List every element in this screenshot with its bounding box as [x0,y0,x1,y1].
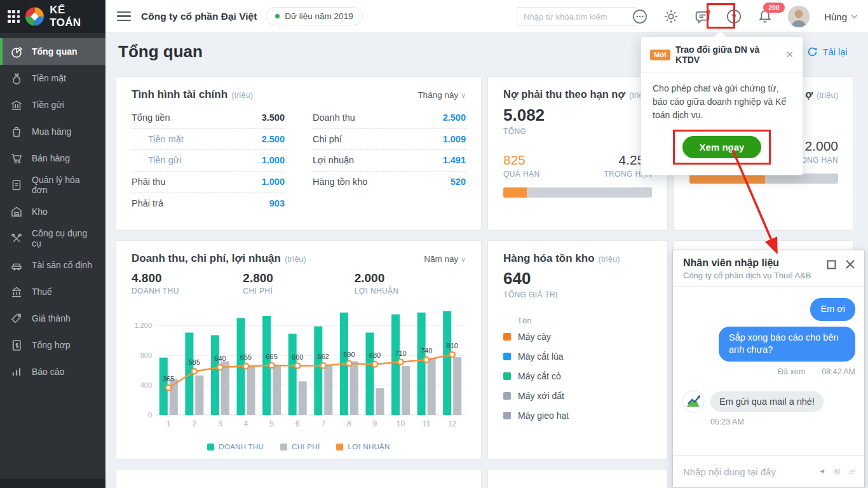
popup-body-text: Cho phép chat và gửi chứng từ, báo cáo g… [653,83,786,120]
finance-row-label: Tiền gửi [132,155,182,165]
image-attach-icon[interactable] [834,464,840,478]
close-icon[interactable] [845,259,855,269]
maximize-icon[interactable] [827,260,836,269]
sidebar-item-label: Bán hàng [32,153,70,163]
more-options-button[interactable] [632,8,648,25]
settings-gear-button[interactable] [663,8,679,25]
sidebar-item-tien-gui[interactable]: Tiền gửi [0,92,105,118]
finance-period-dropdown[interactable]: Tháng này ∨ [417,90,466,100]
sidebar-item-gia-thanh[interactable]: Giá thành [0,305,105,332]
svg-text:0: 0 [148,411,152,419]
svg-text:9: 9 [373,419,377,428]
help-button[interactable]: ? [726,8,742,25]
svg-text:7: 7 [321,419,325,428]
sidebar-item-quan-ly-hoa-don[interactable]: Quản lý hóa đơn [0,172,105,198]
inventory-item: Máy cắt cỏ [488,366,667,386]
sidebar-item-label: Mua hàng [32,126,71,137]
svg-text:365: 365 [163,375,174,383]
legend-color-swatch [336,444,343,451]
see-now-button[interactable]: Xem ngay [682,136,762,158]
seen-label: Đã xem [778,367,805,376]
svg-text:662: 662 [318,353,329,360]
cart-icon [10,151,24,165]
svg-text:585: 585 [189,358,200,366]
summary-profit-label: LỢI NHUẬN [355,287,466,295]
finance-row-value: 2.500 [443,112,466,123]
chat-message-input[interactable] [683,466,810,477]
revenue-chart-card: Doanh thu, chi phí, lợi nhuận (triệu) Nă… [116,240,482,459]
send-icon[interactable] [819,464,825,478]
finance-row-value: 1.000 [262,155,285,165]
data-year-badge[interactable]: Dữ liệu năm 2019 [266,7,362,25]
payables-card-title-fragment: ợ [805,88,813,100]
sidebar-item-label: Tiền gửi [32,100,64,110]
sidebar-item-thue[interactable]: Thuế [0,278,105,305]
search-box [517,7,637,26]
money-bag-icon [10,71,24,85]
hamburger-menu-icon[interactable] [117,9,131,24]
svg-text:710: 710 [395,349,406,357]
user-menu[interactable]: Hùng [824,11,858,22]
chart-period-dropdown[interactable]: Năm nay ∨ [424,254,466,264]
notifications-bell-button[interactable]: 200 [757,8,773,25]
feature-popup: Mới Trao đổi giữa DN và KTDV ✕ Cho phép … [641,36,803,175]
summary-profit-value: 2.000 [355,271,466,285]
finance-row: Tổng tiền3.500 [132,107,285,129]
chart-card-unit: (triệu) [285,254,306,264]
finance-card-unit: (triệu) [231,90,253,100]
payables-card-unit: (triệu) [817,90,838,100]
page-title: Tổng quan [118,42,203,62]
sidebar-item-label: Tài sản cố định [32,260,92,270]
app-grid-icon[interactable] [8,10,20,23]
legend-color-swatch [503,372,511,380]
legend-label: DOANH THU [219,443,264,451]
sidebar-item-cong-cu-dung-cu[interactable]: Công cụ dụng cụ [0,225,105,252]
svg-text:740: 740 [421,347,432,355]
svg-text:660: 660 [292,353,303,361]
chat-header: Nhân viên nhập liệu Công ty cổ phần dịch… [673,250,864,287]
svg-text:640: 640 [214,355,226,362]
inventory-card: Hàng hóa tồn kho (triệu) 640 TỔNG GIÁ TR… [487,240,668,459]
finance-row: Hàng tồn kho520 [313,172,466,193]
search-input[interactable] [524,12,635,22]
partial-card-right [487,469,668,488]
summary-revenue-value: 4.800 [132,271,243,285]
car-icon [10,258,24,272]
incoming-message: Em gửi qua mail a nhé! [682,390,855,413]
sidebar-item-tong-hop[interactable]: Tổng hợp [0,332,105,358]
finance-row: Doanh thu2.500 [313,107,466,129]
seen-time: 08:42 AM [822,367,855,376]
sidebar-item-mua-hang[interactable]: Mua hàng [0,118,105,145]
partial-card-left [116,469,482,488]
sidebar-logo-bar: KẾ TOÁN [0,0,105,33]
finance-right-column: Doanh thu2.500Chi phí1.009Lợi nhuận1.491… [313,107,466,214]
sidebar-item-ban-hang[interactable]: Bán hàng [0,145,105,172]
svg-text:800: 800 [140,351,152,359]
sidebar-item-kho[interactable]: Kho [0,198,105,225]
ledger-icon [10,338,24,352]
pie-chart-icon [10,44,24,58]
finance-row-label: Phải thu [132,177,165,187]
legend-color-swatch [503,412,511,419]
finance-row-value: 2.500 [262,134,285,144]
paperclip-icon[interactable] [850,465,855,478]
finance-left-column: Tổng tiền3.500Tiền mặt2.500Tiền gửi1.000… [132,107,285,214]
chart-legend: DOANH THUCHI PHÍLỢI NHUẬN [116,443,481,451]
sidebar-item-tien-mat[interactable]: Tiền mặt [0,65,105,92]
popup-close-icon[interactable]: ✕ [785,49,794,60]
institution-icon [10,285,24,299]
chat-messages-button[interactable] [694,8,711,25]
sidebar-item-tong-quan[interactable]: Tổng quan [0,38,105,65]
user-avatar[interactable] [788,6,810,27]
bank-icon [10,98,24,112]
svg-text:4: 4 [244,419,248,428]
legend-label: CHI PHÍ [292,443,320,451]
sidebar-item-tai-san-co-dinh[interactable]: Tài sản cố định [0,252,105,278]
svg-text:12: 12 [448,419,457,428]
popup-title: Trao đổi giữa DN và KTDV [675,44,780,65]
brand-pinwheel-logo [25,7,44,26]
sidebar-item-bao-cao[interactable]: Báo cáo [0,358,105,385]
finance-row-value: 3.500 [262,112,285,123]
sidebar-item-label: Tiền mặt [32,73,66,83]
receivables-overdue-label: QUÁ HẠN [503,170,539,179]
